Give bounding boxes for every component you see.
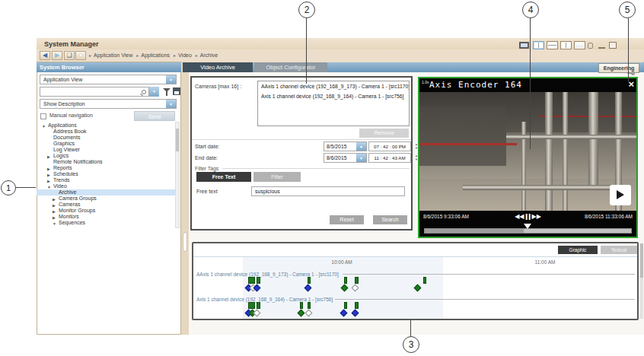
cameras-label: Cameras [max 16] : [195, 84, 241, 89]
end-time-field[interactable]: 11 : 42 : 43 AM▲▼ [368, 153, 411, 163]
pause-bar-icon[interactable] [529, 214, 531, 220]
playback-controls[interactable]: ◀◀ ▶▶ [515, 213, 541, 220]
rewind-icon[interactable]: ◀◀ [515, 213, 524, 220]
layout-columns-icon[interactable] [560, 41, 572, 49]
recording-segment[interactable] [257, 277, 260, 284]
layout-split-icon[interactable] [547, 41, 558, 49]
tree-item-trends[interactable]: ▶Trends [37, 177, 175, 183]
tree-scrollbar[interactable] [175, 122, 180, 228]
free-text-tab[interactable]: Free Text [196, 172, 251, 182]
video-frame[interactable] [419, 92, 636, 211]
tree-item-label: Logics [53, 153, 69, 159]
tree-item-graphics[interactable]: Graphics [37, 141, 175, 147]
description-selector-dropdown[interactable]: Show Description▼ [40, 99, 177, 109]
window-mode-icon[interactable]: ❏ [64, 51, 75, 60]
tree-item-reports[interactable]: ▶Reports [37, 165, 175, 171]
cameras-listbox[interactable]: AAxis 1 channel device (192_168_9_173) -… [257, 81, 410, 126]
recording-segment[interactable] [344, 302, 347, 309]
start-date-picker[interactable]: 8/5/2015▼ [324, 141, 367, 151]
tree-item-schedules[interactable]: ▶Schedules [37, 171, 175, 177]
tree-item-logics[interactable]: ▶Logics [37, 153, 175, 159]
graphic-view-button[interactable]: Graphic [558, 246, 598, 254]
tree-item-log-viewer[interactable]: Log Viewer [37, 147, 175, 153]
breadcrumb[interactable]: ▸Application View▸Applications▸Video▸Arc… [87, 52, 219, 58]
layout-grid-icon[interactable] [533, 41, 544, 49]
tab-object-configurator[interactable]: Object Configurator [254, 62, 327, 72]
tab-bar: Video Archive Object Configurator [183, 62, 644, 72]
layout-full-icon[interactable] [574, 41, 585, 49]
filter-funnel-icon[interactable] [163, 88, 171, 92]
save-icon[interactable] [173, 87, 180, 95]
breadcrumb-item-application-view[interactable]: Application View [94, 52, 132, 58]
tree-item-monitors[interactable]: ▶Monitors [37, 214, 175, 220]
pause-bar-icon[interactable] [526, 214, 528, 220]
recording-segment[interactable] [355, 277, 359, 284]
display-icon[interactable] [519, 42, 529, 49]
recording-segment[interactable] [248, 277, 255, 284]
free-text-input[interactable]: suspicious [251, 186, 405, 196]
recording-segment[interactable] [257, 302, 260, 309]
tab-video-archive[interactable]: Video Archive [183, 62, 253, 72]
textual-view-button[interactable]: Textual [601, 246, 637, 254]
chevron-down-icon[interactable]: ▼ [356, 154, 366, 162]
tree-item-label: Video [53, 183, 67, 189]
recording-segment[interactable] [308, 302, 311, 309]
favorites-star-icon[interactable]: ★ [75, 51, 86, 60]
video-titlebar[interactable]: 1.0x Axis Encoder 164 × [419, 78, 636, 92]
search-dropdown-icon[interactable]: ▼ [149, 87, 159, 97]
tree-item-archive[interactable]: Archive [37, 189, 175, 195]
recording-segment[interactable] [300, 302, 303, 309]
recording-segment[interactable] [248, 302, 255, 309]
video-frame-detail [419, 143, 517, 145]
tree-item-monitor-groups[interactable]: ▶Monitor Groups [37, 208, 175, 214]
chevron-down-icon[interactable]: ▼ [166, 75, 176, 84]
breadcrumb-item-video[interactable]: Video [178, 52, 192, 58]
chevron-down-icon[interactable]: ▼ [166, 100, 176, 108]
close-icon[interactable]: × [628, 78, 634, 90]
breadcrumb-item-archive[interactable]: Archive [200, 52, 218, 58]
seek-thumb[interactable] [524, 224, 531, 229]
fast-forward-icon[interactable]: ▶▶ [532, 213, 541, 220]
camera-item[interactable]: AAxis 1 channel device (192_168_9_173) -… [258, 81, 409, 91]
view-selector-dropdown[interactable]: Application View▼ [40, 75, 177, 84]
remove-button[interactable]: Remove [359, 129, 409, 138]
play-overlay-icon[interactable] [610, 185, 631, 205]
panel-splitter[interactable] [181, 62, 189, 335]
camera-item[interactable]: Axis 1 channel device (192_168_9_164) - … [258, 91, 409, 101]
end-date-picker[interactable]: 8/6/2015▼ [324, 153, 367, 163]
video-title: Axis Encoder 164 [429, 80, 522, 90]
tree-item-address-book[interactable]: Address Book [37, 129, 175, 135]
breadcrumb-item-applications[interactable]: Applications [141, 52, 170, 58]
minimize-icon[interactable] [598, 47, 605, 49]
splitter-handle[interactable] [183, 232, 187, 252]
filter-tab[interactable]: Filter [253, 172, 301, 182]
video-frame-detail [463, 185, 615, 190]
start-time-field[interactable]: 07 : 42 : 00 PM▲▼ [368, 141, 411, 151]
seek-track[interactable] [424, 228, 632, 234]
send-button[interactable]: Send [134, 111, 175, 121]
tree-item-sequences[interactable]: ▼Sequences [37, 220, 175, 226]
recording-segment[interactable] [344, 277, 347, 284]
recording-segment[interactable] [423, 277, 426, 284]
recording-segment[interactable] [308, 277, 311, 284]
video-frame-detail [545, 92, 553, 211]
recording-segment[interactable] [355, 302, 359, 309]
maximize-icon[interactable] [609, 42, 617, 49]
callout-2: 2 [298, 2, 315, 18]
tree-collapse-icon[interactable]: ▼ [53, 221, 56, 227]
reset-button[interactable]: Reset [330, 215, 364, 224]
tree-item-remote-notifications[interactable]: Remote Notifications [37, 159, 175, 165]
manual-navigation-checkbox[interactable] [40, 113, 46, 119]
tree-item-video[interactable]: ▼Video [37, 183, 175, 189]
tree-item-cameras[interactable]: ▶Cameras [37, 202, 175, 208]
search-input[interactable] [40, 87, 149, 97]
tree-item-camera-groups[interactable]: ▶Camera Groups [37, 195, 175, 202]
back-icon[interactable]: ◀ [40, 51, 50, 60]
timeline-scrollbar[interactable] [640, 243, 643, 319]
chevron-down-icon[interactable]: ▼ [356, 142, 366, 151]
forward-icon[interactable]: ▶ [52, 51, 62, 60]
search-button[interactable]: Search [373, 215, 407, 224]
timeline-header-separator [193, 256, 637, 257]
tree-item-applications[interactable]: ▼Applications [37, 122, 175, 129]
tree-item-documents[interactable]: Documents [37, 135, 175, 141]
